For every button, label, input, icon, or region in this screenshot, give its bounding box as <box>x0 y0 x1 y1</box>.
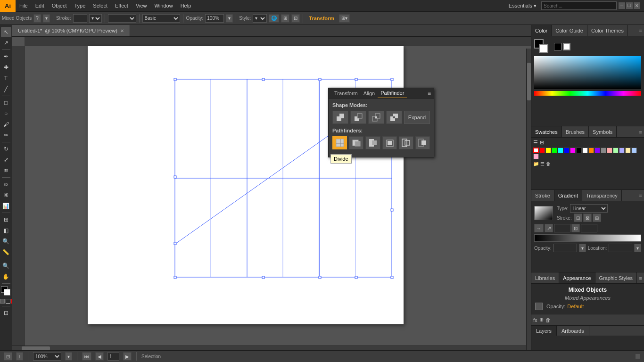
swatch-red[interactable] <box>539 148 545 153</box>
outline-button[interactable] <box>399 136 413 149</box>
gradient-color-bar[interactable] <box>534 234 641 242</box>
exclude-button[interactable] <box>386 111 402 124</box>
pf-tab-transform[interactable]: Transform <box>331 88 361 98</box>
gradient-location-down[interactable]: ▾ <box>634 244 641 252</box>
brushes-tab[interactable]: Brushes <box>562 126 589 137</box>
artboards-tab[interactable]: Artboards <box>557 326 589 336</box>
normal-mode-icon[interactable] <box>0 299 5 304</box>
swatches-panel-menu-icon[interactable]: ≡ <box>637 129 644 135</box>
vertical-scrollbar[interactable] <box>526 49 531 350</box>
color-picker-gradient[interactable] <box>534 56 641 89</box>
zoom-tool[interactable]: 🔍 <box>1 261 11 271</box>
color-stroke-icon[interactable] <box>563 43 570 50</box>
swatch-white[interactable] <box>582 148 588 153</box>
gradient-tab[interactable]: Gradient <box>554 190 582 201</box>
swatch-black[interactable] <box>576 148 582 153</box>
swatch-green[interactable] <box>552 148 557 153</box>
envelope-button[interactable]: ⊡ <box>291 14 300 23</box>
menu-file[interactable]: File <box>16 0 32 11</box>
add-appearance-button[interactable]: fx <box>533 317 537 323</box>
vertical-scroll-thumb[interactable] <box>527 63 531 100</box>
menu-edit[interactable]: Edit <box>32 0 48 11</box>
gradient-type-select[interactable]: Linear <box>570 204 608 213</box>
swatch-none[interactable] <box>533 148 539 153</box>
zoom-select[interactable]: 100% <box>33 352 61 361</box>
appearance-tab[interactable]: Appearance <box>559 272 595 283</box>
transform-options-button[interactable]: ⊞▾ <box>339 14 350 23</box>
swatch-magenta[interactable] <box>570 148 576 153</box>
restore-button[interactable]: ❐ <box>626 2 633 9</box>
pen-tool[interactable]: ✒ <box>1 51 11 62</box>
layers-tab[interactable]: Layers <box>531 326 557 336</box>
stroke-align-outside[interactable]: ⊞ <box>593 214 601 222</box>
menu-window[interactable]: Window <box>151 0 177 11</box>
swatch-cream[interactable] <box>625 148 631 153</box>
swatch-orange[interactable] <box>588 148 594 153</box>
delete-swatch-button[interactable]: 🗑 <box>546 161 551 166</box>
swatch-pink[interactable] <box>533 154 539 159</box>
stroke-weight-input[interactable] <box>73 14 87 23</box>
next-page-button[interactable]: ▶ <box>123 352 132 361</box>
ellipse-tool[interactable]: ○ <box>1 108 11 119</box>
hue-slider[interactable] <box>534 91 641 96</box>
stroke-tab[interactable]: Stroke <box>531 190 554 201</box>
color-themes-tab[interactable]: Color Themes <box>587 25 628 36</box>
type-tool[interactable]: T <box>1 73 11 83</box>
swatch-cyan[interactable] <box>558 148 563 153</box>
zoom-down-button[interactable]: ▾ <box>65 352 72 361</box>
divide-button[interactable] <box>332 136 347 149</box>
minimize-button[interactable]: ─ <box>619 2 625 9</box>
canvas-scroll[interactable]: Transform Align Pathfinder ≡ Shape Modes… <box>12 37 531 350</box>
page-number-input[interactable]: 1 <box>107 352 119 361</box>
merge-button[interactable] <box>365 136 380 149</box>
style-select[interactable]: ▾ <box>253 14 267 23</box>
reverse-gradient[interactable]: ↔ <box>534 224 544 232</box>
gradient-mode-icon[interactable] <box>6 299 10 304</box>
graphic-styles-tab[interactable]: Graphic Styles <box>595 272 637 283</box>
unite-button[interactable] <box>332 111 348 124</box>
menu-effect[interactable]: Effect <box>111 0 132 11</box>
crop-button[interactable] <box>382 136 397 149</box>
stroke-style-select[interactable] <box>108 14 136 23</box>
tab-close-button[interactable]: ✕ <box>120 28 124 33</box>
swatch-menu-button[interactable]: ☰ <box>540 161 545 166</box>
transparency-tab[interactable]: Transparency <box>582 190 622 201</box>
swatches-grid-view[interactable]: ⊞ <box>540 140 544 146</box>
intersect-button[interactable] <box>368 111 384 124</box>
eyedropper-tool[interactable]: 🔍 <box>1 236 11 247</box>
menu-help[interactable]: Help <box>177 0 195 11</box>
blend-tool[interactable]: ∞ <box>1 179 11 189</box>
fill-stroke-colors[interactable] <box>1 286 11 296</box>
color-tab[interactable]: Color <box>531 25 552 36</box>
symbol-tool[interactable]: ❋ <box>1 190 11 200</box>
gradient-opacity-input[interactable] <box>553 244 577 252</box>
mesh-tool[interactable]: ⊞ <box>1 214 11 225</box>
preset-options-button[interactable]: ▾ <box>43 14 50 23</box>
line-tool[interactable]: ╱ <box>1 84 11 94</box>
color-fill-icon[interactable] <box>554 43 561 50</box>
gradient-tool[interactable]: ◧ <box>1 225 11 236</box>
document-tab[interactable]: Untitled-1* @ 100% (CMYK/GPU Preview) ✕ <box>12 25 130 36</box>
selection-tool[interactable]: ↖ <box>1 27 11 37</box>
stroke-align-center[interactable]: ⊡ <box>574 214 582 222</box>
libraries-tab[interactable]: Libraries <box>531 272 559 283</box>
symbols-tab[interactable]: Symbols <box>589 126 617 137</box>
color-panel-menu-icon[interactable]: ≡ <box>637 28 644 33</box>
prev-page-button[interactable]: ◀ <box>95 352 104 361</box>
appearance-menu-icon[interactable]: ≡ <box>637 275 644 281</box>
menu-select[interactable]: Select <box>89 0 111 11</box>
add-anchor-tool[interactable]: ✚ <box>1 62 11 73</box>
horizontal-scroll-thumb[interactable] <box>22 346 50 350</box>
swatch-light-blue[interactable] <box>619 148 625 153</box>
pencil-tool[interactable]: ✏ <box>1 130 11 140</box>
menu-view[interactable]: View <box>132 0 151 11</box>
status-share-icon[interactable]: ↑ <box>16 352 23 361</box>
column-graph-tool[interactable]: 📊 <box>1 201 11 211</box>
trim-button[interactable] <box>349 136 363 149</box>
preset-help-button[interactable]: ? <box>33 14 41 23</box>
opacity-down-button[interactable]: ▾ <box>226 14 233 23</box>
search-input[interactable] <box>541 1 617 10</box>
first-page-button[interactable]: ⏮ <box>82 352 91 361</box>
delete-appearance-button[interactable]: 🗑 <box>545 317 551 323</box>
swatches-list-view[interactable]: ☰ <box>533 140 538 146</box>
